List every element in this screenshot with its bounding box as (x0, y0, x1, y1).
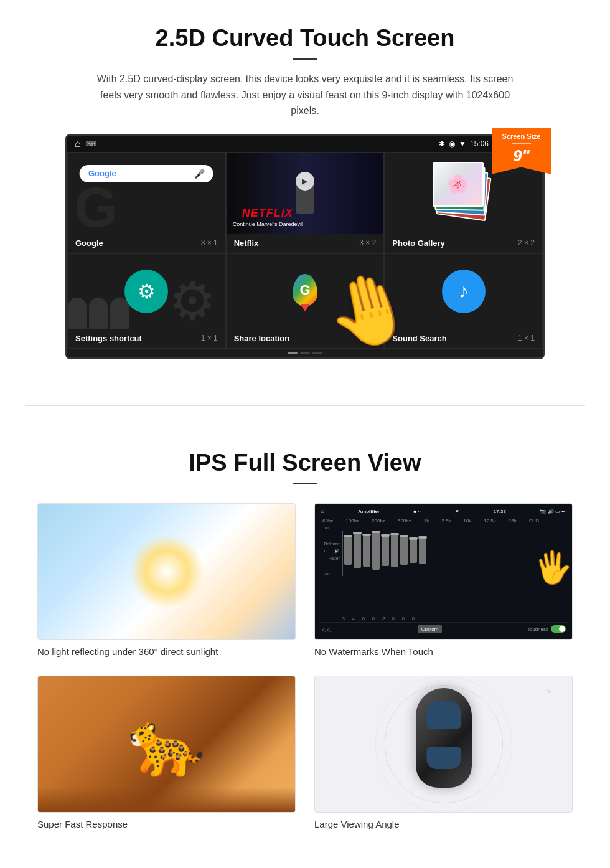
play-button[interactable]: ▶ (296, 172, 314, 191)
share-location-app-name: Share location (234, 334, 290, 343)
section-divider-hr (25, 405, 585, 406)
car-windshield (426, 701, 461, 729)
amp-home-icon: ⌂ (321, 509, 324, 514)
amp-icons: 📷 🔊 ▭ ↩ (540, 509, 566, 514)
eq-hand-icon: 🖐 (532, 547, 573, 587)
loudness-toggle[interactable] (551, 625, 566, 633)
loudness-label: loudness (528, 626, 548, 632)
amplifier-image: ⌂ Amplifier ■ ·· ▼ 17:33 📷 🔊 ▭ ↩ 60hz100… (314, 503, 573, 640)
loudness-row: loudness (528, 625, 566, 633)
maps-g-letter: G (299, 282, 310, 298)
gear-icon: ⚙ (138, 280, 156, 303)
section1-divider (293, 58, 317, 60)
amp-eq-labels: 60hz100hz200hz500hz1k2.5k10k12.5k15kSUB (319, 517, 568, 525)
status-time: 15:06 (470, 139, 489, 148)
sound-search-app-size: 1 × 1 (518, 334, 535, 342)
app-grid-top: Google 🎤 G Google 3 × 1 (67, 152, 543, 253)
google-bg-g: G (74, 176, 118, 234)
badge-divider (512, 143, 531, 144)
screen-size-badge: Screen Size 9" (492, 128, 551, 174)
google-app-name: Google (75, 238, 103, 248)
gallery-main-img: 🌸 (433, 162, 484, 207)
gallery-app-size: 2 × 2 (518, 238, 535, 247)
sunlight-caption: No light reflecting under 360° direct su… (37, 646, 296, 657)
maps-icon: G (288, 274, 322, 308)
maps-pin: G (293, 274, 317, 306)
car-diagram: → (315, 676, 572, 812)
car-arrow-icon: → (542, 684, 555, 697)
amp-side-labels: Balance 🔊 Fader 100-10 (319, 525, 568, 577)
amp-bottom-bar: ◁◁ Custom loudness (319, 622, 568, 636)
badge-size: 9" (513, 146, 530, 165)
section-ips: IPS Full Screen View No light reflecting… (0, 431, 610, 854)
cheetah-ground (38, 787, 295, 812)
amp-wifi-icon: ▼ (454, 509, 459, 514)
sun-glow (129, 534, 204, 609)
music-icon: ♪ (442, 270, 486, 313)
section1-title: 2.5D Curved Touch Screen (37, 25, 573, 52)
status-left: ⌂ ⌨ (75, 138, 96, 149)
google-label-row: Google 3 × 1 (68, 234, 225, 253)
amplifier-caption: No Watermarks When Touch (314, 646, 573, 657)
feature-car: → Large Viewing Angle (314, 676, 573, 829)
sunlight-image (37, 503, 296, 640)
amp-screen: ⌂ Amplifier ■ ·· ▼ 17:33 📷 🔊 ▭ ↩ 60hz100… (315, 504, 572, 639)
feature-grid: No light reflecting under 360° direct su… (37, 503, 573, 829)
app-cell-google[interactable]: Google 🎤 G Google 3 × 1 (67, 152, 226, 253)
feature-sunlight: No light reflecting under 360° direct su… (37, 503, 296, 657)
cheetah-caption: Super Fast Response (37, 819, 296, 829)
device-screen: ⌂ ⌨ ✱ ◉ ▼ 15:06 📷 🔊 ✕ ▭ (65, 134, 545, 359)
settings-bg-gear: ⚙ (169, 270, 216, 329)
wifi-icon: ▼ (459, 139, 466, 148)
feature-amplifier: ⌂ Amplifier ■ ·· ▼ 17:33 📷 🔊 ▭ ↩ 60hz100… (314, 503, 573, 657)
app-cell-share-location[interactable]: G 🤚 Share location 1 × 1 (226, 253, 385, 349)
bluetooth-icon: ✱ (439, 139, 445, 148)
gallery-stack: 🌸 (433, 162, 495, 224)
amp-eq-numbers: 3 4 0 0 -3 0 0 0 (319, 616, 568, 622)
usb-icon: ⌨ (86, 139, 96, 148)
flower-icon: 🌸 (447, 174, 469, 194)
page-indicator (67, 349, 543, 357)
netflix-app-size: 3 × 2 (359, 238, 376, 247)
car-caption: Large Viewing Angle (314, 819, 573, 829)
car-body (416, 688, 472, 788)
settings-label-row: Settings shortcut 1 × 1 (68, 329, 225, 348)
google-mic-icon: 🎤 (194, 169, 205, 179)
location-icon: ◉ (449, 139, 455, 148)
amp-status-bar: ⌂ Amplifier ■ ·· ▼ 17:33 📷 🔊 ▭ ↩ (319, 507, 568, 516)
netflix-logo: NETFLIX (233, 207, 303, 220)
section1-description: With 2.5D curved-display screen, this de… (87, 71, 523, 119)
feature-cheetah: 🐆 Super Fast Response (37, 676, 296, 829)
car-top-view (406, 688, 481, 800)
home-icon: ⌂ (75, 138, 81, 149)
toggle-dot (559, 626, 565, 632)
gallery-app-name: Photo Gallery (392, 238, 445, 248)
amp-time: 17:33 (494, 509, 506, 514)
custom-button[interactable]: Custom (418, 625, 443, 633)
badge-label: Screen Size (495, 133, 547, 140)
section2-divider (293, 483, 317, 484)
music-note-icon: ♪ (459, 280, 469, 303)
settings-app-name: Settings shortcut (75, 334, 142, 343)
netflix-subtitle: Continue Marvel's Daredevil (233, 221, 303, 227)
gallery-label-row: Photo Gallery 2 × 2 (385, 234, 542, 253)
status-bar: ⌂ ⌨ ✱ ◉ ▼ 15:06 📷 🔊 ✕ ▭ (67, 136, 543, 152)
section-curved: 2.5D Curved Touch Screen With 2.5D curve… (0, 0, 610, 380)
device-mockup: Screen Size 9" ⌂ ⌨ ✱ ◉ ▼ 15:06 📷 🔊 ✕ (65, 134, 545, 359)
amp-back-icon: ◁◁ (321, 626, 331, 633)
settings-app-size: 1 × 1 (201, 334, 218, 342)
cheetah-icon: 🐆 (128, 707, 205, 781)
app-cell-netflix[interactable]: ▶ NETFLIX Continue Marvel's Daredevil Ne… (226, 152, 385, 253)
google-app-size: 3 × 1 (201, 238, 218, 247)
amp-eq-bars: 100-10 (342, 526, 566, 576)
cheetah-image: 🐆 (37, 676, 296, 813)
car-image: → (314, 676, 573, 813)
settings-icon: ⚙ (124, 270, 168, 313)
amp-title: Amplifier (358, 509, 380, 514)
netflix-app-name: Netflix (234, 238, 259, 248)
section2-title: IPS Full Screen View (37, 450, 573, 476)
netflix-label-row: Netflix 3 × 2 (227, 234, 384, 253)
settings-bg-people (68, 298, 129, 329)
app-grid-bottom: ⚙ ⚙ Settings shortcut 1 × 1 (67, 253, 543, 349)
app-cell-settings[interactable]: ⚙ ⚙ Settings shortcut 1 × 1 (67, 253, 226, 349)
